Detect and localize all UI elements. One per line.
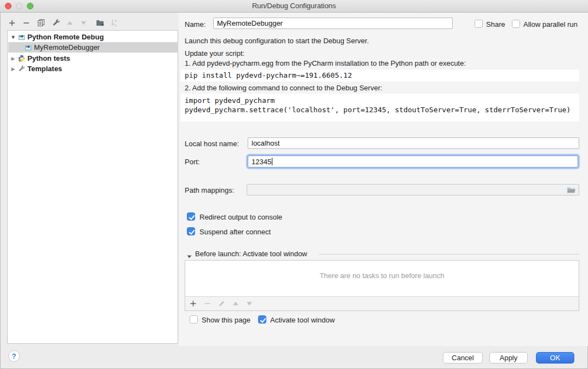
activate-tool-window-label: Activate tool window (270, 316, 335, 324)
no-tasks-message: There are no tasks to run before launch (185, 272, 579, 280)
help-button[interactable]: ? (8, 350, 20, 362)
instruction-step-1: 1. Add pydevd-pycharm.egg from the PyCha… (185, 59, 466, 67)
window-title: Run/Debug Configurations (0, 0, 588, 12)
before-launch-title[interactable]: Before launch: Activate tool window (195, 250, 307, 258)
local-host-name-input[interactable]: localhost (248, 137, 579, 149)
chevron-expanded-icon[interactable]: ▼ (10, 34, 16, 40)
remove-icon (204, 300, 211, 307)
title-bar: Run/Debug Configurations (0, 0, 588, 13)
allow-parallel-run-label: Allow parallel run (523, 20, 578, 28)
port-input[interactable]: 12345 (248, 155, 578, 168)
instruction-step-2: 2. Add the following command to connect … (185, 84, 383, 92)
local-host-name-label: Local host name: (185, 140, 239, 148)
code-snippet-settrace: import pydevd_pycharm pydevd_pycharm.set… (181, 94, 579, 122)
tree-item-python-tests[interactable]: ▶ Python tests (8, 53, 178, 64)
tree-item-python-remote-debug[interactable]: ▼ Python Remote Debug (8, 32, 178, 42)
port-label: Port: (185, 158, 199, 166)
share-label: Share (486, 20, 505, 28)
path-mappings-input[interactable] (247, 184, 579, 195)
apply-button[interactable]: Apply (489, 352, 528, 364)
remove-icon[interactable] (22, 19, 30, 27)
redirect-output-label: Redirect output to console (199, 213, 282, 221)
code-text-line-2: pydevd_pycharm.settrace('localhost', por… (185, 106, 570, 114)
share-checkbox[interactable] (475, 20, 483, 28)
copy-icon[interactable] (37, 19, 45, 27)
section-divider (319, 254, 579, 255)
folder-icon[interactable] (567, 186, 576, 194)
redirect-output-checkbox[interactable] (187, 212, 195, 221)
configurations-tree: ▼ Python Remote Debug MyRemoteDebugger ▶… (7, 30, 178, 344)
wrench-icon (18, 65, 25, 72)
tree-item-label: Python tests (27, 54, 70, 62)
code-snippet-pip-install: pip install pydevd-pycharm~=191.6605.12 (181, 70, 579, 82)
path-mappings-label: Path mappings: (185, 186, 234, 194)
tree-item-label: Python Remote Debug (27, 33, 104, 41)
remote-debug-icon (18, 33, 25, 41)
instruction-line-2: Update your script: (185, 49, 244, 57)
name-input[interactable]: MyRemoteDebugger (213, 18, 453, 29)
move-down-icon (246, 301, 253, 306)
show-this-page-label: Show this page (202, 316, 250, 324)
name-label: Name: (185, 20, 205, 28)
tree-item-label: MyRemoteDebugger (34, 43, 100, 51)
svg-text:z: z (115, 23, 117, 27)
show-this-page-checkbox[interactable] (190, 315, 198, 324)
code-text: pip install pydevd-pycharm~=191.6605.12 (185, 71, 352, 79)
sort-alpha-icon: az (110, 18, 118, 27)
activate-tool-window-checkbox[interactable] (258, 315, 266, 324)
tree-item-templates[interactable]: ▶ Templates (8, 64, 178, 74)
allow-parallel-run-checkbox[interactable] (512, 20, 520, 28)
svg-text:a: a (115, 19, 117, 22)
task-toolbar (185, 296, 579, 310)
move-up-icon (232, 301, 239, 306)
run-debug-configurations-dialog: Run/Debug Configurations az ▼ Python Rem… (0, 0, 588, 369)
tree-item-label: Templates (27, 65, 62, 73)
text-caret (272, 158, 272, 165)
edit-defaults-wrench-icon[interactable] (52, 19, 60, 27)
chevron-collapsed-icon[interactable]: ▶ (10, 66, 16, 72)
name-value: MyRemoteDebugger (217, 19, 283, 27)
local-host-name-value: localhost (252, 139, 279, 147)
new-folder-icon[interactable] (96, 19, 105, 27)
ok-button[interactable]: OK (536, 352, 574, 364)
suspend-after-connect-label: Suspend after connect (199, 228, 271, 236)
instruction-line-1: Launch this debug configuration to start… (185, 37, 369, 45)
tree-item-myremotedebugger[interactable]: MyRemoteDebugger (8, 42, 178, 53)
add-icon[interactable] (8, 19, 16, 27)
move-up-icon (66, 20, 73, 26)
chevron-collapsed-icon[interactable]: ▶ (10, 56, 16, 61)
suspend-after-connect-checkbox[interactable] (187, 227, 195, 235)
move-down-icon (80, 20, 87, 26)
port-value: 12345 (252, 158, 271, 166)
before-launch-task-list: There are no tasks to run before launch (185, 260, 579, 311)
edit-pencil-icon (218, 300, 225, 307)
add-icon[interactable] (190, 300, 197, 307)
code-text-line-1: import pydevd_pycharm (185, 96, 275, 105)
remote-debug-icon (25, 44, 32, 51)
python-tests-icon (18, 55, 25, 62)
cancel-button[interactable]: Cancel (443, 352, 483, 364)
